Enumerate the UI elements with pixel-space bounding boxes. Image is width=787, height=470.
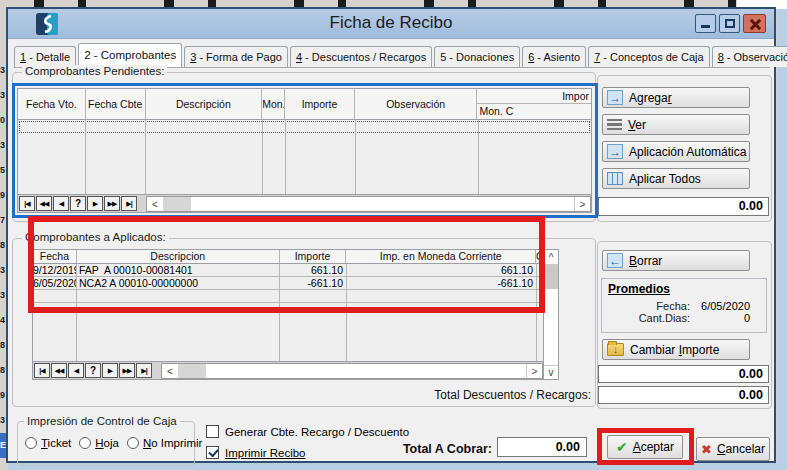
record-nav-button[interactable]: ▶|: [121, 196, 137, 211]
pending-grid-body[interactable]: [18, 120, 591, 194]
promedios-panel: Promedios Fecha: 6/05/2020 Cant.Dias: 0: [601, 278, 767, 333]
cancelar-button[interactable]: ✖ Cancelar: [696, 437, 770, 461]
background-grid-char: 5: [0, 158, 8, 183]
minimize-button[interactable]: [695, 14, 716, 33]
applied-row-2[interactable]: 6/05/2020 NCA2 A 00010-00000000 -661.10 …: [33, 277, 544, 290]
tab-label: - Observación: [724, 51, 787, 63]
agregar-button[interactable]: → Agregar: [602, 87, 750, 108]
applied-grid[interactable]: Fecha Descripcion Importe Imp. en Moneda…: [32, 249, 559, 380]
record-nav-button[interactable]: ◀: [53, 196, 69, 211]
pending-grid[interactable]: Fecha Vto. Fecha Cbte Descripción Mon. I…: [17, 88, 592, 213]
applied-vertical-scrollbar[interactable]: ^ v: [543, 250, 558, 379]
col-header-imp-moneda-corriente[interactable]: Imp. en Moneda Corriente: [346, 250, 536, 263]
background-window-fragment: [737, 0, 787, 9]
applied-empty-row[interactable]: [33, 290, 544, 303]
col-header-descripcion[interactable]: Descripcion: [77, 250, 280, 263]
background-grid-char: 3: [0, 408, 8, 433]
tab-detalle[interactable]: 1 - Detalle: [14, 46, 76, 67]
total-a-cobrar-input[interactable]: 0.00: [497, 437, 587, 457]
descuentos-total-value: 0.00: [598, 386, 769, 404]
tab-donaciones[interactable]: 5 - Donaciones: [434, 46, 520, 67]
aplicar-todos-label: Aplicar Todos: [629, 172, 701, 186]
applied-row-1[interactable]: 9/12/2019 FAP A 00010-00081401 661.10 66…: [33, 264, 544, 277]
col-header-mon[interactable]: Mon.: [262, 89, 285, 119]
col-header-importe[interactable]: Importe: [285, 89, 355, 119]
scrollbar-thumb[interactable]: [544, 265, 558, 289]
tab-observacion[interactable]: 8 - Observación: [712, 46, 787, 67]
tab-conceptos-de-caja[interactable]: 7 - Conceptos de Caja: [588, 46, 709, 67]
print-options: Ticket Hoja No Imprimir: [25, 437, 202, 449]
scroll-up-icon[interactable]: ^: [544, 251, 558, 265]
radio-ticket[interactable]: Ticket: [25, 437, 71, 449]
scroll-right-icon[interactable]: >: [526, 364, 542, 378]
record-nav-button[interactable]: ▶: [87, 196, 103, 211]
background-grid-char: 8: [0, 358, 8, 383]
record-nav-button[interactable]: ◀: [68, 363, 84, 378]
titlebar[interactable]: Ficha de Recibo: [8, 9, 774, 39]
background-right-strip: [777, 9, 787, 470]
background-grid-char: 3: [0, 58, 8, 83]
cambiar-importe-button[interactable]: ↓ Cambiar Importe: [602, 339, 750, 360]
record-nav-button[interactable]: ◀◀: [51, 363, 67, 378]
applied-grid-body[interactable]: [33, 303, 544, 364]
scrollbar-thumb[interactable]: [163, 197, 191, 211]
cambiar-importe-label: Cambiar Importe: [630, 343, 719, 357]
arrow-right-icon: →: [607, 90, 623, 105]
tab-asiento[interactable]: 6 - Asiento: [522, 46, 586, 67]
record-nav-button[interactable]: |◀: [34, 363, 50, 378]
col-header-descripcion[interactable]: Descripción: [146, 89, 263, 119]
col-header-importe-mon-corriente[interactable]: Impor Mon. C: [477, 89, 591, 119]
checkbox-generar-cbte[interactable]: Generar Cbte. Recargo / Descuento: [206, 425, 409, 438]
grid-column-line: [76, 303, 77, 364]
menu-lines-icon: [607, 119, 622, 130]
scrollbar-thumb[interactable]: [178, 364, 206, 378]
radio-hoja[interactable]: Hoja: [79, 437, 119, 449]
record-nav-button[interactable]: ▶▶: [104, 196, 120, 211]
record-nav-button[interactable]: ◀◀: [36, 196, 52, 211]
checkbox-imprimir-recibo[interactable]: Imprimir Recibo: [206, 446, 306, 459]
applied-grid-header[interactable]: Fecha Descripcion Importe Imp. en Moneda…: [33, 250, 544, 264]
aplicar-todos-button[interactable]: Aplicar Todos: [602, 168, 750, 189]
cell-imp-moneda-corriente: 661.10: [347, 264, 537, 276]
ver-button[interactable]: Ver: [602, 114, 750, 135]
background-grid-char: 3: [0, 258, 8, 283]
descuentos-total-label: Total Descuentos / Recargos:: [348, 388, 591, 402]
maximize-button[interactable]: [719, 14, 740, 33]
col-header-fecha-cbte[interactable]: Fecha Cbte: [86, 89, 146, 119]
borrar-button[interactable]: ← Borrar: [602, 250, 750, 271]
scroll-left-icon[interactable]: <: [147, 197, 163, 211]
close-button[interactable]: [743, 14, 766, 33]
background-grid-char: 7: [0, 208, 8, 233]
arrow-glyph: →: [609, 91, 621, 105]
scroll-down-icon[interactable]: v: [544, 365, 558, 379]
tab-forma-de-pago[interactable]: 3 - Forma de Pago: [184, 46, 288, 67]
cross-icon: ✖: [701, 442, 712, 457]
radio-label: No Imprimir: [143, 437, 202, 449]
pending-horizontal-scrollbar[interactable]: < >: [146, 196, 591, 212]
applied-horizontal-scrollbar[interactable]: < >: [161, 363, 543, 379]
record-nav-button[interactable]: ▶|: [136, 363, 152, 378]
aplicacion-automatica-button[interactable]: → Aplicación Automática: [602, 141, 750, 162]
cell-empty: [280, 290, 347, 302]
scroll-left-icon[interactable]: <: [162, 364, 178, 378]
record-nav-button[interactable]: |◀: [19, 196, 35, 211]
col-header-importe[interactable]: Importe: [280, 250, 347, 263]
record-nav-button[interactable]: ▶: [102, 363, 118, 378]
promedios-fecha-label: Fecha:: [602, 300, 690, 312]
tab-descuentos-recargos[interactable]: 4 - Descuentos / Recargos: [290, 46, 432, 67]
scroll-right-icon[interactable]: >: [574, 197, 590, 211]
selected-empty-row[interactable]: [19, 121, 590, 133]
pending-grid-navbar: |◀◀◀◀?▶▶▶▶| < >: [18, 194, 591, 212]
record-nav-button[interactable]: ▶▶: [119, 363, 135, 378]
col-header-fecha[interactable]: Fecha: [33, 250, 77, 263]
record-nav-button[interactable]: ?: [70, 196, 86, 211]
pending-grid-header[interactable]: Fecha Vto. Fecha Cbte Descripción Mon. I…: [18, 89, 591, 120]
radio-icon: [79, 437, 91, 449]
promedios-dias-label: Cant.Dias:: [602, 312, 690, 324]
tab-comprobantes[interactable]: 2 - Comprobantes: [78, 43, 182, 67]
aceptar-button[interactable]: ✔ Aceptar: [607, 435, 683, 459]
record-nav-button[interactable]: ?: [85, 363, 101, 378]
radio-no-imprimir[interactable]: No Imprimir: [127, 437, 202, 449]
col-header-fecha-vto[interactable]: Fecha Vto.: [18, 89, 86, 119]
col-header-observacion[interactable]: Observación: [355, 89, 478, 119]
